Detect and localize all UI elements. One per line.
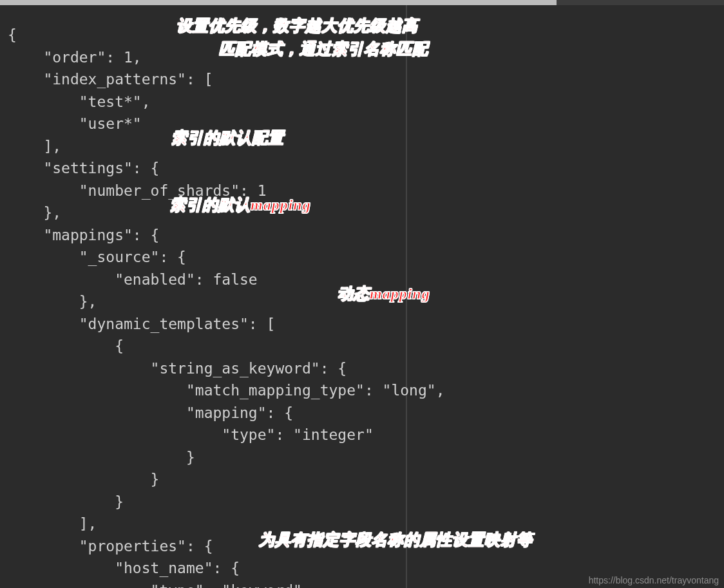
annotation-properties: 为具有指定字段名称的属性设置映射等 (259, 529, 533, 550)
annotation-index-patterns: 匹配模式，通过索引名称匹配 (219, 39, 428, 59)
code-block: { "order": 1, "index_patterns": [ "test*… (8, 24, 445, 588)
watermark: https://blog.csdn.net/trayvontang (589, 575, 719, 585)
annotation-order: 设置优先级，数字越大优先级越高 (176, 15, 418, 36)
annotation-settings: 索引的默认配置 (171, 128, 284, 148)
tab-corner (557, 0, 724, 5)
annotation-dynamic-templates: 动态mapping (338, 283, 430, 304)
annotation-mappings: 索引的默认mapping (170, 194, 311, 215)
